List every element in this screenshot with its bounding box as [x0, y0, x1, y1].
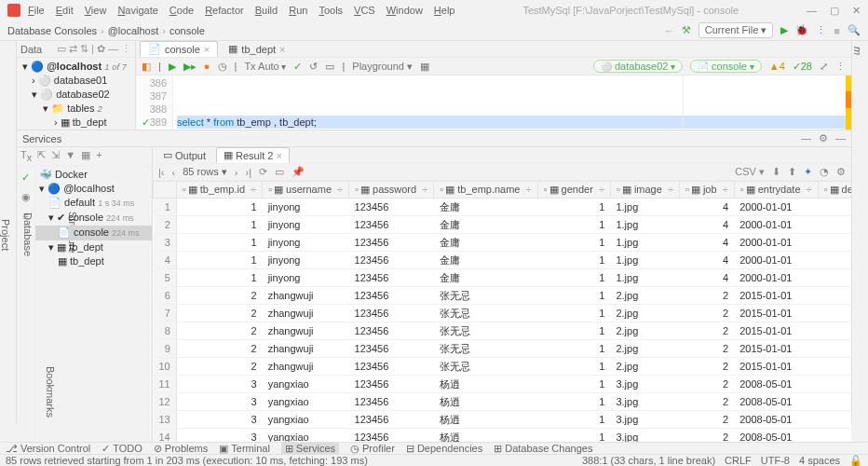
close-icon[interactable]: × — [279, 44, 285, 55]
export-format[interactable]: CSV ▾ — [735, 166, 765, 178]
download-icon[interactable]: ⬇ — [772, 166, 780, 178]
tab-result[interactable]: ▦ Result 2 × — [216, 147, 290, 163]
maximize-icon[interactable]: ▢ — [830, 5, 839, 17]
run-config-select[interactable]: Current File ▾ — [698, 22, 774, 38]
menu-help[interactable]: Help — [434, 5, 455, 16]
line-sep[interactable]: CRLF — [725, 455, 752, 467]
menu-window[interactable]: Window — [387, 5, 423, 16]
services-tool[interactable]: ⊞ Services — [281, 443, 339, 455]
hammer-icon[interactable]: ⚒ — [682, 24, 691, 36]
terminal-tool[interactable]: ▣ Terminal — [219, 443, 270, 455]
dbchanges-tool[interactable]: ⊞ Database Changes — [494, 443, 592, 455]
check-icon[interactable]: ✓ — [21, 171, 30, 184]
rollback-icon[interactable]: ↺ — [309, 61, 318, 73]
search-icon[interactable]: 🔍 — [848, 24, 861, 36]
col-password[interactable]: ▫▦ password ÷ — [349, 182, 434, 199]
layers-icon[interactable]: ≡ — [22, 211, 28, 222]
col-entrydate[interactable]: ▫▦ entrydate ÷ — [734, 182, 818, 199]
table-row[interactable]: 51jinyong123456金庸11.jpg42000-01-0122024-… — [154, 269, 852, 287]
col-username[interactable]: ▫▦ username ÷ — [263, 182, 349, 199]
indent[interactable]: 4 spaces — [799, 455, 840, 467]
db-2[interactable]: ▾ ⚪ database02 — [19, 88, 133, 102]
add-row-icon[interactable]: ▭ — [275, 166, 284, 178]
tab-tbdept[interactable]: ▦ tb_dept × — [220, 41, 293, 57]
add-icon[interactable]: + — [96, 149, 102, 163]
table-dept[interactable]: › ▦ tb_dept — [19, 116, 133, 130]
db-1[interactable]: › ⚪ database01 — [19, 74, 133, 88]
col-image[interactable]: ▫▦ image ÷ — [610, 182, 679, 199]
prev-page-icon[interactable]: ‹ — [172, 167, 176, 178]
menu-code[interactable]: Code — [170, 5, 194, 16]
svc-tbdept[interactable]: ▾ ▦ tb_dept — [35, 240, 152, 254]
vc-tool[interactable]: ⎇ Version Control — [6, 443, 90, 455]
table-row[interactable]: 113yangxiao123456杨逍13.jpg22008-05-012202… — [154, 376, 852, 393]
menu-vcs[interactable]: VCS — [354, 5, 375, 16]
grid-icon[interactable]: ▦ — [420, 61, 429, 73]
table-row[interactable]: 143yangxiao123456杨逍13.jpg22008-05-012202… — [154, 429, 852, 443]
close-icon[interactable]: × — [204, 44, 210, 55]
menu-tools[interactable]: Tools — [319, 5, 343, 16]
minimize-panel-icon[interactable]: — — [801, 132, 811, 144]
settings-icon[interactable]: ⚙ — [836, 166, 846, 178]
table-row[interactable]: 21jinyong123456金庸11.jpg42000-01-0122024-… — [154, 216, 852, 234]
col-dept_id[interactable]: ▫▦ dept_id ÷ — [818, 182, 851, 199]
table-row[interactable]: 72zhangwuji123456张无忌12.jpg22015-01-01220… — [154, 305, 852, 322]
back-icon[interactable]: ← — [664, 25, 674, 36]
readonly-icon[interactable]: 🔓 — [849, 455, 862, 467]
table-row[interactable]: 92zhangwuji123456张无忌12.jpg22015-01-01220… — [154, 340, 852, 358]
svc-docker[interactable]: 🐳 Docker — [35, 168, 152, 182]
group-icon[interactable]: ▦ — [81, 149, 90, 163]
todo-tool[interactable]: ✓ TODO — [102, 443, 142, 455]
expand-icon[interactable]: ⤢ — [820, 61, 828, 73]
sql-editor[interactable]: 386387388✓389 select * from tb_emp , tb_… — [136, 75, 851, 130]
crumb-3[interactable]: console — [170, 25, 205, 36]
menu-navigate[interactable]: Navigate — [117, 5, 157, 16]
last-page-icon[interactable]: ›| — [245, 167, 251, 178]
cancel-icon[interactable]: ▭ — [325, 61, 334, 73]
more-run-icon[interactable]: ⋮ — [816, 24, 826, 36]
menu-run[interactable]: Run — [289, 5, 307, 16]
m-tool[interactable]: m — [852, 47, 863, 423]
problems-tool[interactable]: ⊘ Problems — [154, 443, 208, 455]
table-row[interactable]: 62zhangwuji123456张无忌12.jpg22015-01-01220… — [154, 287, 852, 305]
next-page-icon[interactable]: › — [235, 167, 238, 178]
stats-icon[interactable]: ◷ — [218, 61, 227, 73]
tab-console[interactable]: 📄 console × — [140, 41, 218, 57]
chart-icon[interactable]: ◔ — [820, 166, 829, 178]
deps-tool[interactable]: ⊟ Dependencies — [406, 443, 482, 455]
menu-file[interactable]: File — [28, 5, 45, 16]
table-row[interactable]: 82zhangwuji123456张无忌12.jpg22015-01-01220… — [154, 322, 852, 340]
execute-button[interactable]: ▶ — [169, 61, 176, 73]
stop-icon[interactable]: ■ — [834, 25, 840, 36]
menu-edit[interactable]: Edit — [56, 5, 74, 16]
svc-default[interactable]: 📄 default 1 s 34 ms — [35, 196, 152, 211]
warnings-badge[interactable]: ▲4 — [769, 61, 785, 72]
rows-count[interactable]: 85 rows ▾ — [183, 166, 227, 178]
more-icon[interactable]: ⋮ — [835, 61, 846, 73]
filter-icon[interactable]: ▼ — [65, 149, 75, 163]
commit-icon[interactable]: ✓ — [293, 61, 302, 73]
console-pill[interactable]: 📄 console ▾ — [690, 60, 761, 73]
table-row[interactable]: 123yangxiao123456杨逍13.jpg22008-05-012202… — [154, 393, 852, 411]
col-job[interactable]: ▫▦ job ÷ — [679, 182, 734, 199]
profiler-tool[interactable]: ◷ Profiler — [350, 443, 395, 455]
tx-mode[interactable]: Tx Auto ▾ — [244, 61, 286, 72]
upload-icon[interactable]: ⬆ — [788, 166, 796, 178]
expand-icon[interactable]: ⇱ — [37, 149, 46, 163]
execute-plan-button[interactable]: ▶▸ — [183, 61, 197, 73]
col-tb_emp-name[interactable]: ▫▦ tb_emp.name ÷ — [434, 182, 537, 199]
pin-icon[interactable]: 📌 — [292, 166, 305, 178]
encoding[interactable]: UTF-8 — [761, 455, 790, 467]
bolt-icon[interactable]: ◉ — [21, 191, 31, 203]
crumb-2[interactable]: @localhost — [108, 25, 159, 36]
svc-console-child[interactable]: 📄 console 224 ms — [35, 226, 152, 240]
menu-view[interactable]: View — [85, 5, 107, 16]
col-tb_emp-id[interactable]: ▫▦ tb_emp.id ÷ — [176, 182, 262, 199]
col-gender[interactable]: ▫▦ gender ÷ — [537, 182, 610, 199]
hide-icon[interactable]: — — [835, 132, 846, 144]
minimize-icon[interactable]: — — [807, 5, 817, 17]
menu-refactor[interactable]: Refactor — [205, 5, 244, 16]
run-button[interactable]: ▶ — [780, 24, 788, 36]
tab-output[interactable]: ▭ Output — [156, 148, 212, 162]
first-page-icon[interactable]: |‹ — [158, 167, 165, 178]
